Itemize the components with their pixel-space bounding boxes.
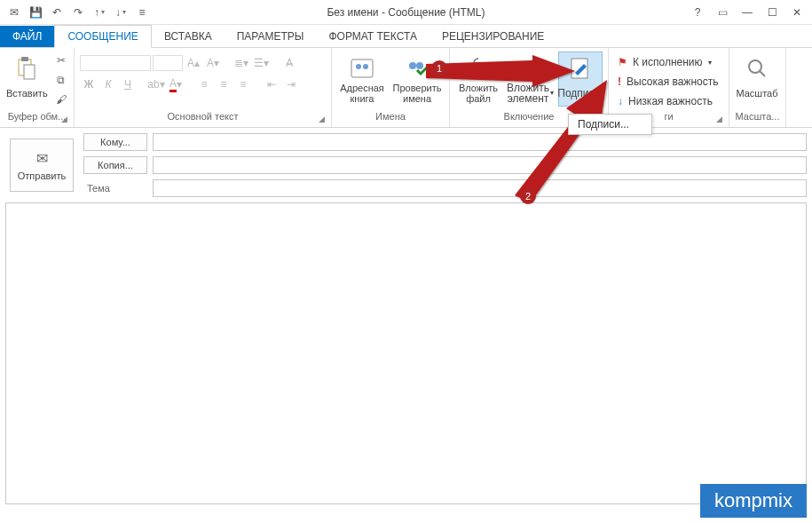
bullets-icon[interactable]: ≣▾ — [233, 55, 250, 71]
to-button[interactable]: Кому... — [83, 133, 147, 151]
title-bar: ✉ 💾 ↶ ↷ ↑ ↓ ≡ Без имени - Сообщение (HTM… — [0, 0, 812, 25]
indent-left-icon[interactable]: ⇤ — [263, 76, 280, 92]
subject-label: Тема — [83, 183, 147, 194]
font-dialog-launcher[interactable]: ◢ — [319, 115, 329, 125]
ribbon-tabs: ФАЙЛ СООБЩЕНИЕ ВСТАВКА ПАРАМЕТРЫ ФОРМАТ … — [0, 25, 812, 48]
svg-marker-13 — [515, 80, 607, 202]
group-basic-text: A▴ A▾ ≣▾ ☰▾ A̶ Ж К Ч ab▾ A▾ ≡ ≡ ≡ ⇤ — [75, 48, 332, 127]
tab-message[interactable]: СООБЩЕНИЕ — [54, 25, 152, 48]
group-clipboard: Вставить ✂ ⧉ 🖌 Буфер обм... ◢ — [0, 48, 75, 127]
svg-point-7 — [416, 62, 423, 69]
group-zoom: Масштаб Масшта... — [729, 48, 786, 127]
address-book-icon — [348, 54, 376, 83]
zoom-button[interactable]: Масштаб — [735, 52, 779, 107]
italic-button[interactable]: К — [99, 76, 117, 92]
format-painter-icon[interactable]: 🖌 — [52, 91, 70, 108]
cc-button[interactable]: Копия... — [83, 156, 147, 174]
paste-icon — [12, 54, 41, 83]
group-label-basic-text: Основной текст — [80, 111, 326, 125]
tab-file[interactable]: ФАЙЛ — [0, 26, 54, 47]
bold-button[interactable]: Ж — [80, 76, 98, 92]
shrink-font-icon[interactable]: A▾ — [204, 55, 222, 71]
follow-up-button[interactable]: ⚑ К исполнению▾ — [614, 53, 723, 71]
high-importance-button[interactable]: ! Высокая важность — [614, 73, 723, 91]
ribbon: Вставить ✂ ⧉ 🖌 Буфер обм... ◢ A▴ A▾ ≣▾ ☰… — [0, 48, 812, 128]
svg-point-10 — [749, 60, 761, 73]
annotation-badge-1: 1 — [431, 60, 447, 76]
tab-insert[interactable]: ВСТАВКА — [152, 26, 225, 47]
previous-item-icon[interactable]: ↑ — [92, 5, 106, 20]
indent-right-icon[interactable]: ⇥ — [282, 76, 300, 92]
mail-icon: ✉ — [7, 5, 21, 20]
tab-options[interactable]: ПАРАМЕТРЫ — [225, 26, 317, 47]
send-button[interactable]: ✉ Отправить — [10, 139, 74, 192]
clear-formatting-icon[interactable]: A̶ — [280, 55, 298, 71]
annotation-badge-2: 2 — [520, 188, 536, 204]
svg-point-5 — [363, 64, 368, 69]
message-body[interactable] — [5, 202, 807, 504]
close-button[interactable]: ✕ — [789, 4, 805, 20]
align-right-icon[interactable]: ≡ — [234, 76, 252, 92]
send-icon: ✉ — [36, 150, 48, 167]
grow-font-icon[interactable]: A▴ — [185, 55, 202, 71]
flag-icon: ⚑ — [618, 56, 627, 68]
svg-line-11 — [760, 71, 765, 76]
group-label-zoom: Масшта... — [735, 111, 780, 125]
annotation-arrow-2 — [515, 80, 612, 204]
subject-input[interactable] — [153, 179, 807, 197]
svg-rect-2 — [24, 65, 35, 79]
to-input[interactable] — [153, 133, 807, 151]
redo-icon[interactable]: ↷ — [71, 5, 85, 20]
signature-dropdown: Подписи... — [568, 114, 652, 135]
cut-icon[interactable]: ✂ — [52, 52, 70, 69]
ribbon-display-icon[interactable]: ▭ — [714, 4, 730, 20]
svg-point-6 — [409, 62, 416, 69]
window-controls: ? ▭ — ☐ ✕ — [690, 4, 812, 20]
minimize-button[interactable]: — — [739, 4, 755, 20]
numbering-icon[interactable]: ☰▾ — [252, 55, 270, 71]
zoom-icon — [743, 54, 771, 83]
qat-customize-icon[interactable]: ≡ — [135, 5, 149, 20]
watermark: kompmix — [700, 484, 807, 518]
group-label-names: Имена — [337, 111, 444, 125]
svg-rect-3 — [351, 59, 373, 77]
tags-dialog-launcher[interactable]: ◢ — [716, 115, 727, 125]
svg-point-4 — [356, 64, 361, 69]
message-header: ✉ Отправить Кому... Копия... Тема — [0, 128, 812, 202]
cc-input[interactable] — [153, 156, 807, 174]
group-label-clipboard: Буфер обм... — [5, 111, 68, 125]
signatures-menu-item[interactable]: Подписи... — [569, 115, 651, 134]
copy-icon[interactable]: ⧉ — [52, 71, 70, 89]
next-item-icon[interactable]: ↓ — [114, 5, 128, 20]
svg-rect-1 — [21, 57, 28, 61]
high-importance-icon: ! — [618, 75, 621, 88]
tab-format[interactable]: ФОРМАТ ТЕКСТА — [316, 26, 429, 47]
undo-icon[interactable]: ↶ — [50, 5, 64, 20]
window-title: Без имени - Сообщение (HTML) — [327, 6, 485, 19]
save-icon[interactable]: 💾 — [28, 5, 43, 20]
align-center-icon[interactable]: ≡ — [215, 76, 233, 92]
paste-button[interactable]: Вставить — [5, 52, 49, 107]
low-importance-icon: ↓ — [618, 95, 623, 107]
quick-access-toolbar: ✉ 💾 ↶ ↷ ↑ ↓ ≡ — [0, 5, 149, 20]
align-left-icon[interactable]: ≡ — [195, 76, 213, 92]
font-color-icon[interactable]: A▾ — [167, 76, 185, 92]
clipboard-dialog-launcher[interactable]: ◢ — [61, 115, 72, 125]
address-book-button[interactable]: Адресная книга — [337, 52, 387, 107]
maximize-button[interactable]: ☐ — [764, 4, 780, 20]
underline-button[interactable]: Ч — [119, 76, 137, 92]
tab-review[interactable]: РЕЦЕНЗИРОВАНИЕ — [430, 26, 556, 47]
help-icon[interactable]: ? — [690, 4, 706, 20]
highlight-icon[interactable]: ab▾ — [147, 76, 165, 92]
low-importance-button[interactable]: ↓ Низкая важность — [614, 92, 723, 110]
